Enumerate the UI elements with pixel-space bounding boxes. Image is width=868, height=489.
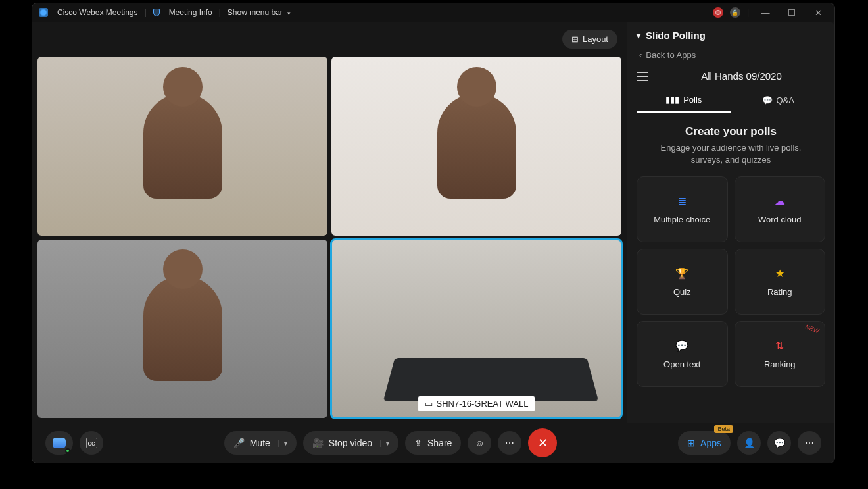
poll-card-label: Multiple choice xyxy=(654,215,710,224)
leave-meeting-button[interactable]: ✕ xyxy=(528,428,557,457)
microphone-icon: 🎤 xyxy=(233,438,245,448)
reactions-button[interactable]: ☺ xyxy=(468,431,491,455)
close-icon: ✕ xyxy=(538,436,548,450)
tab-polls[interactable]: ▮▮▮ Polls xyxy=(637,88,731,113)
poll-card-word-cloud[interactable]: ☁Word cloud xyxy=(735,176,826,242)
panel-section-header: Create your polls Engage your audience w… xyxy=(637,125,825,166)
more-options-button[interactable]: ⋯ xyxy=(498,431,521,455)
rating-icon: ★ xyxy=(773,267,786,280)
app-window: Cisco Webex Meetings | Meeting Info | Sh… xyxy=(32,3,835,463)
smile-icon: ☺ xyxy=(475,438,484,448)
chevron-down-icon: ▾ xyxy=(287,10,291,16)
chat-icon: 💬 xyxy=(762,95,773,105)
share-button[interactable]: ⇪ Share xyxy=(405,431,461,455)
section-title: Create your polls xyxy=(637,125,825,138)
ellipsis-icon: ⋯ xyxy=(505,438,514,448)
webex-logo-icon xyxy=(39,8,48,17)
assistant-bot-icon xyxy=(53,438,66,448)
share-icon: ⇪ xyxy=(414,438,422,448)
assistant-button[interactable] xyxy=(45,431,73,455)
side-panel: ▾ Slido Polling ‹ Back to Apps All Hands… xyxy=(627,22,834,423)
separator: | xyxy=(145,8,147,17)
captions-button[interactable]: cc xyxy=(80,431,103,455)
section-subtitle: Engage your audience with live polls, su… xyxy=(637,142,825,166)
lock-indicator-icon[interactable]: 🔒 xyxy=(730,7,740,18)
poll-card-quiz[interactable]: 🏆Quiz xyxy=(637,249,728,315)
word-cloud-icon: ☁ xyxy=(773,195,786,208)
participant-tile-active[interactable]: ▭ SHN7-16-GREAT WALL xyxy=(331,240,621,419)
separator: | xyxy=(219,8,221,17)
poll-type-grid: ≣Multiple choice☁Word cloud🏆Quiz★Rating💬… xyxy=(637,176,825,387)
record-indicator-icon[interactable] xyxy=(713,7,723,18)
participant-tile[interactable] xyxy=(331,57,621,236)
participant-tile[interactable] xyxy=(37,240,327,419)
ellipsis-icon: ⋯ xyxy=(805,438,814,448)
hamburger-icon[interactable] xyxy=(637,72,648,81)
cc-icon: cc xyxy=(86,438,97,448)
presence-dot-icon xyxy=(65,448,70,453)
stop-video-button[interactable]: 🎥 Stop video ▾ xyxy=(303,431,398,455)
tab-qa[interactable]: 💬 Q&A xyxy=(731,88,826,113)
ranking-icon: ⇅ xyxy=(773,340,786,353)
open-text-icon: 💬 xyxy=(675,340,688,353)
back-to-apps-link[interactable]: ‹ Back to Apps xyxy=(639,50,825,60)
layout-button[interactable]: ⊞ Layout xyxy=(562,30,617,49)
apps-button[interactable]: ⊞ Apps Beta xyxy=(678,431,731,455)
apps-grid-icon: ⊞ xyxy=(687,438,695,448)
separator: | xyxy=(747,8,749,17)
poll-card-label: Quiz xyxy=(673,287,691,297)
mute-button[interactable]: 🎤 Mute ▾ xyxy=(224,431,297,455)
title-bar: Cisco Webex Meetings | Meeting Info | Sh… xyxy=(32,3,834,22)
poll-card-label: Rating xyxy=(767,287,792,297)
window-maximize-button[interactable] xyxy=(788,9,795,16)
panel-tabs: ▮▮▮ Polls 💬 Q&A xyxy=(637,88,825,113)
multiple-choice-icon: ≣ xyxy=(675,195,688,208)
participants-button[interactable]: 👤 xyxy=(737,431,761,455)
app-name-label: Cisco Webex Meetings xyxy=(57,8,138,17)
poll-card-label: Ranking xyxy=(764,359,796,369)
camera-icon: 🎥 xyxy=(312,438,324,448)
window-minimize-button[interactable] xyxy=(756,8,775,18)
chevron-down-icon[interactable]: ▾ xyxy=(380,440,395,447)
window-close-button[interactable] xyxy=(808,8,828,18)
chat-icon: 💬 xyxy=(774,438,785,448)
poll-card-ranking[interactable]: ⇅RankingNEW xyxy=(735,321,826,387)
grid-icon: ⊞ xyxy=(571,34,579,44)
participant-name-label: ▭ SHN7-16-GREAT WALL xyxy=(418,396,535,411)
chevron-down-icon: ▾ xyxy=(637,31,640,40)
bottom-bar: cc 🎤 Mute ▾ 🎥 Stop video ▾ ⇪ Share ☺ ⋯ ✕ xyxy=(32,423,834,463)
new-badge: NEW xyxy=(804,324,820,335)
bar-chart-icon: ▮▮▮ xyxy=(665,95,679,105)
video-grid: ▭ SHN7-16-GREAT WALL xyxy=(37,57,621,418)
beta-badge: Beta xyxy=(714,425,733,433)
panel-meeting-header: All Hands 09/2020 xyxy=(637,70,825,82)
menu-bar-toggle[interactable]: Show menu bar ▾ xyxy=(228,8,291,17)
person-icon: 👤 xyxy=(744,438,755,448)
quiz-icon: 🏆 xyxy=(675,267,688,280)
poll-card-rating[interactable]: ★Rating xyxy=(735,249,826,315)
poll-card-multiple-choice[interactable]: ≣Multiple choice xyxy=(637,176,728,242)
poll-card-label: Open text xyxy=(663,359,700,369)
meeting-name-label: All Hands 09/2020 xyxy=(658,70,825,82)
chevron-down-icon[interactable]: ▾ xyxy=(278,440,293,447)
panel-title-row[interactable]: ▾ Slido Polling xyxy=(637,30,825,41)
meeting-info-link[interactable]: Meeting Info xyxy=(169,8,212,17)
participant-tile[interactable] xyxy=(37,57,327,236)
poll-card-open-text[interactable]: 💬Open text xyxy=(637,321,728,387)
chat-button[interactable]: 💬 xyxy=(767,431,791,455)
chevron-left-icon: ‹ xyxy=(639,50,642,60)
video-stage: ⊞ Layout ▭ SHN7-16-GREAT WALL xyxy=(32,22,627,423)
laptop-icon: ▭ xyxy=(425,399,433,409)
main-body: ⊞ Layout ▭ SHN7-16-GREAT WALL ▾ xyxy=(32,22,834,423)
poll-card-label: Word cloud xyxy=(758,215,802,224)
shield-icon xyxy=(153,9,160,16)
panel-options-button[interactable]: ⋯ xyxy=(798,431,821,455)
